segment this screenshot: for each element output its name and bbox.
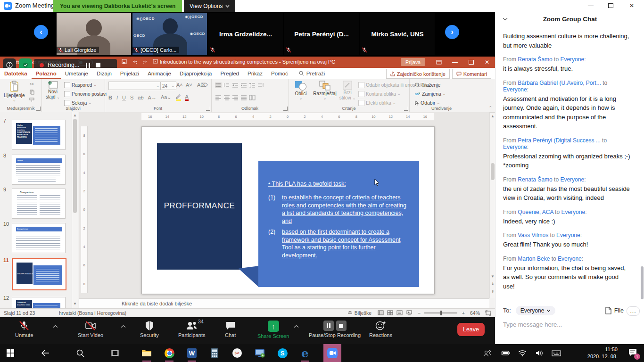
slide-thumbnail-7[interactable]: Higher education teachers COMPETENCE ARE…: [12, 120, 66, 150]
arrange-button[interactable]: Razmještaj ⌄: [312, 81, 338, 100]
tab-file[interactable]: Datoteka: [0, 68, 32, 79]
paste-button[interactable]: Lijepljenje ⌄: [4, 81, 25, 102]
numbering-icon[interactable]: [223, 82, 230, 88]
format-painter-icon[interactable]: [29, 98, 34, 102]
previous-videos-button[interactable]: ‹: [34, 25, 48, 39]
sign-in-button[interactable]: Prijava: [401, 58, 425, 66]
ppt-minimize-button[interactable]: —: [447, 57, 463, 68]
people-tray-button[interactable]: [482, 347, 493, 359]
keyboard-tray-icon[interactable]: [551, 347, 562, 359]
columns-icon[interactable]: [249, 95, 256, 100]
character-spacing-button[interactable]: A↔: [148, 95, 157, 100]
increase-indent-icon[interactable]: [240, 82, 247, 88]
shrink-font-icon[interactable]: A˅: [186, 82, 192, 88]
section-button[interactable]: Sekcija⌄: [64, 100, 91, 106]
justify-icon[interactable]: [240, 95, 247, 100]
slideshow-view-button[interactable]: [406, 310, 412, 315]
tab-insert[interactable]: Umetanje: [61, 68, 92, 79]
slide-navy-shape[interactable]: PROFFORMANCE: [157, 143, 242, 270]
leave-button[interactable]: Leave: [457, 323, 485, 336]
reactions-button[interactable]: Reactions: [369, 321, 392, 338]
replace-button[interactable]: ab Zamjena⌄: [415, 91, 446, 97]
ribbon-display-options-button[interactable]: [431, 57, 447, 68]
ppt-restore-button[interactable]: [463, 57, 479, 68]
comments-button[interactable]: Komentari: [452, 69, 491, 79]
scrollbar-thumb[interactable]: [73, 119, 77, 213]
scroll-down-icon[interactable]: ▼: [72, 302, 78, 306]
file-attach-button[interactable]: File: [605, 307, 624, 314]
slide-text-shape[interactable]: • This PLA has a twofold task: (1) to es…: [258, 161, 419, 287]
next-videos-button[interactable]: ›: [445, 25, 459, 39]
notes-toggle[interactable]: Bilješke: [347, 310, 372, 316]
notes-placeholder[interactable]: Kliknite da biste dodali bilješke: [79, 298, 489, 308]
slide-sorter-button[interactable]: [387, 310, 393, 315]
tab-design[interactable]: Dizajn: [92, 68, 116, 79]
slide-thumbnail-10[interactable]: Competence: [12, 223, 66, 253]
recipient-select[interactable]: Everyone: [516, 306, 556, 315]
strikethrough-button[interactable]: ab: [138, 95, 143, 100]
change-case-button[interactable]: Aa⌄: [161, 94, 172, 100]
calculator-button[interactable]: [209, 347, 220, 359]
font-color-button[interactable]: A: [185, 94, 189, 101]
slide-thumbnail-12[interactable]: Criteria of teachers' roles: [12, 297, 66, 308]
align-center-icon[interactable]: [223, 95, 230, 100]
reading-view-button[interactable]: [396, 310, 403, 315]
start-video-button[interactable]: Start Video: [78, 321, 103, 338]
app-close-button[interactable]: ✕: [627, 1, 636, 10]
zoom-taskbar-button[interactable]: [327, 347, 338, 359]
participants-button[interactable]: 34 Participants: [178, 321, 205, 338]
file-explorer-button[interactable]: [141, 347, 152, 359]
search-button[interactable]: [74, 347, 86, 359]
stop-recording-button[interactable]: [96, 63, 100, 67]
edge-button[interactable]: e: [299, 347, 311, 359]
line-spacing-icon[interactable]: [249, 82, 256, 88]
unmute-button[interactable]: Unmute: [15, 321, 33, 338]
chrome-button[interactable]: [164, 347, 175, 359]
slide-thumbnail-9[interactable]: Comparison: [12, 189, 66, 219]
start-button[interactable]: [5, 347, 16, 359]
video-tile-lali[interactable]: Lali Giorgidze: [57, 13, 131, 55]
chat-button[interactable]: Chat: [225, 321, 236, 338]
tab-review[interactable]: Pregled: [216, 68, 243, 79]
clear-formatting-icon[interactable]: A⌦: [197, 82, 208, 88]
cut-icon[interactable]: ✂: [30, 82, 33, 87]
share-options-chevron-icon[interactable]: [294, 325, 299, 328]
word-button[interactable]: W: [186, 347, 198, 359]
remote-desktop-button[interactable]: [254, 347, 265, 359]
app-minimize-button[interactable]: —: [586, 1, 595, 10]
wifi-tray-icon[interactable]: [517, 347, 528, 359]
quick-styles-button[interactable]: Brzi stilovi ⌄: [339, 81, 356, 100]
pause-recording-icon[interactable]: [323, 321, 334, 331]
collapse-ribbon-icon[interactable]: ⌃: [488, 106, 492, 110]
app-maximize-button[interactable]: [606, 1, 615, 10]
normal-view-button[interactable]: [378, 310, 384, 315]
video-tile-irma[interactable]: Irma Grdzelidze...: [208, 13, 283, 55]
ribbon-search[interactable]: Pretraži: [299, 71, 325, 76]
task-view-button[interactable]: [109, 347, 121, 359]
pause-stop-recording-button[interactable]: Pause/Stop Recording: [309, 321, 361, 338]
video-tile-petra[interactable]: Petra Perényi (D...: [284, 13, 359, 55]
font-size-select[interactable]: 24⌄: [160, 82, 176, 90]
zoom-slider[interactable]: [424, 313, 457, 313]
zoom-slider-thumb[interactable]: [440, 311, 442, 315]
slide-thumbnail-11[interactable]: PROFFORMANCE: [12, 258, 66, 290]
language-indicator[interactable]: hrvatski (Bosna i Hercegovina): [59, 310, 126, 316]
volume-tray-icon[interactable]: [534, 347, 545, 359]
dialog-launcher-icon[interactable]: [206, 107, 210, 111]
grow-font-icon[interactable]: A˄: [176, 82, 183, 88]
reset-button[interactable]: Ponovno postavi: [64, 91, 107, 97]
align-left-icon[interactable]: [215, 95, 222, 100]
layout-button[interactable]: Raspored⌄: [64, 82, 97, 88]
zoom-out-button[interactable]: −: [418, 310, 421, 316]
snipping-tool-button[interactable]: ✂: [231, 347, 243, 359]
find-button[interactable]: Traženje: [415, 82, 440, 88]
align-right-icon[interactable]: [232, 95, 239, 100]
italic-button[interactable]: I: [116, 95, 118, 100]
bold-button[interactable]: B: [108, 95, 112, 100]
security-button[interactable]: Security: [140, 321, 159, 338]
tab-help[interactable]: Pomoć: [267, 68, 292, 79]
shadow-button[interactable]: S: [130, 95, 133, 100]
new-slide-button[interactable]: Novi slajd ⌄: [44, 81, 61, 99]
bullets-icon[interactable]: [215, 82, 222, 88]
scrollbar-thumb[interactable]: [491, 163, 495, 180]
